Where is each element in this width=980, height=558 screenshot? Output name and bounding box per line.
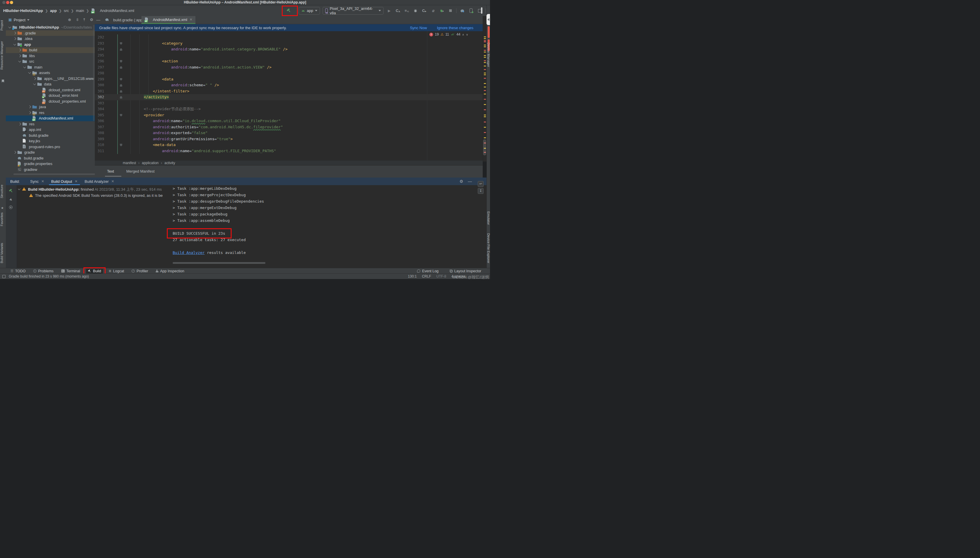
expand-all-icon[interactable]: ⇳ — [76, 18, 79, 22]
tree-item-res[interactable]: res — [6, 121, 95, 127]
tree-item-src[interactable]: src — [6, 59, 95, 64]
tree-item-res[interactable]: res — [6, 110, 95, 116]
profiler-button[interactable]: ⍺ — [430, 8, 436, 14]
warning-mark[interactable] — [484, 44, 486, 46]
tree-item-gradle[interactable]: gradle — [6, 149, 95, 155]
code-line-305[interactable]: 305 <provider — [95, 112, 483, 118]
project-horizontal-scrollbar[interactable] — [13, 174, 95, 175]
filter-eye-icon[interactable] — [9, 205, 13, 209]
warning-mark[interactable] — [484, 104, 486, 105]
error-mark[interactable] — [484, 132, 486, 133]
code-line-311[interactable]: 311 android:name="android.support.FILE_P… — [95, 148, 483, 154]
tool-strip-favorites[interactable]: Favorites — [0, 211, 6, 228]
tree-item-dcloud-properties-xml[interactable]: <>dcloud_properties.xml — [6, 98, 95, 104]
tab-build-analyzer[interactable]: Build Analyzer✕ — [81, 177, 118, 185]
breadcrumb-file[interactable]: AndroidManifest.xml — [100, 8, 134, 13]
tree-item-key-jks[interactable]: key.jks — [6, 138, 95, 144]
encoding-widget[interactable]: UTF-8 — [436, 274, 446, 279]
make-project-button[interactable] — [286, 8, 292, 14]
profile-button[interactable]: C▶ — [421, 8, 427, 14]
stop-button[interactable] — [447, 8, 454, 14]
tree-item-app[interactable]: app — [6, 42, 95, 48]
code-line-299[interactable]: 299 <data — [95, 76, 483, 82]
crumb-application[interactable]: application — [142, 161, 158, 165]
warning-mark[interactable] — [484, 72, 486, 74]
error-mark[interactable] — [484, 90, 486, 91]
settings-gear-icon[interactable]: ⚙ — [90, 18, 93, 22]
error-mark[interactable] — [484, 121, 486, 122]
error-mark[interactable] — [484, 40, 486, 41]
hide-tabs-icon[interactable]: — — [96, 18, 100, 22]
locate-file-icon[interactable]: ⊕ — [68, 18, 71, 22]
code-line-302[interactable]: 302 </activity> — [95, 94, 483, 100]
error-mark[interactable] — [484, 41, 486, 42]
tree-item-build[interactable]: build — [6, 47, 95, 53]
hide-panel-icon[interactable]: — — [468, 179, 472, 184]
error-mark[interactable] — [484, 50, 486, 51]
toolwindow-todo[interactable]: ☰ TODO — [9, 269, 28, 274]
attach-debugger-button[interactable] — [439, 8, 445, 14]
toolwindow-event-log[interactable]: Event Log — [415, 269, 440, 274]
close-icon[interactable]: ✕ — [189, 18, 192, 21]
code-line-304[interactable]: 304 <!--provider节点必须添加--> — [95, 106, 483, 112]
stripe-collapse-handle[interactable] — [487, 14, 490, 25]
error-mark[interactable] — [484, 60, 486, 61]
warning-mark[interactable] — [484, 36, 486, 37]
toolwindow-logcat[interactable]: ≣ Logcat — [107, 269, 126, 274]
warning-mark[interactable] — [484, 66, 486, 66]
collapse-all-icon[interactable]: ⤒ — [84, 18, 85, 22]
error-mark[interactable] — [484, 78, 486, 79]
tree-toggle-icon[interactable] — [28, 105, 31, 108]
warning-mark[interactable] — [484, 74, 486, 75]
tree-item-gradle-properties[interactable]: gradle.properties — [6, 161, 95, 167]
fold-marker-icon[interactable] — [120, 66, 122, 69]
console-horizontal-scrollbar[interactable] — [173, 262, 265, 264]
crumb-manifest[interactable]: manifest — [123, 161, 136, 165]
tree-item-build-gradle[interactable]: build.gradle — [6, 155, 95, 161]
warning-mark[interactable] — [484, 52, 486, 53]
tree-toggle-icon[interactable] — [18, 122, 21, 125]
tree-item-proguard-rules-pro[interactable]: proguard-rules.pro — [6, 144, 95, 150]
scroll-to-end-icon[interactable]: ↧ — [478, 188, 483, 194]
tree-toggle-icon[interactable] — [13, 31, 16, 34]
project-vertical-scrollbar[interactable] — [93, 25, 94, 121]
tree-item--gradle[interactable]: .gradle — [6, 30, 95, 36]
code-line-303[interactable]: 303 — [95, 100, 483, 107]
warning-mark[interactable] — [484, 127, 486, 128]
line-separator-widget[interactable]: CRLF — [422, 274, 431, 279]
fold-marker-icon[interactable] — [120, 48, 122, 51]
fold-marker-icon[interactable] — [120, 90, 122, 93]
code-line-298[interactable]: 298 — [95, 70, 483, 76]
code-line-306[interactable]: 306 android:name="io.dcloud.common.util.… — [95, 118, 483, 124]
warning-mark[interactable] — [484, 55, 486, 56]
apply-code-changes-button[interactable]: ≡⟲ — [404, 8, 410, 14]
warning-mark[interactable] — [484, 137, 486, 138]
chevron-down-icon[interactable] — [18, 187, 20, 190]
tree-item-dcloud-error-html[interactable]: Hdcloud_error.html — [6, 93, 95, 98]
breadcrumb-src[interactable]: src — [64, 8, 69, 13]
traffic-light-close[interactable] — [2, 1, 5, 4]
build-hammer-icon[interactable] — [9, 189, 13, 194]
sync-now-link[interactable]: Sync Now — [410, 26, 427, 30]
code-line-301[interactable]: 301 </intent-filter> — [95, 88, 483, 94]
code-line-292[interactable]: 292 — [95, 34, 483, 41]
build-tree-warning[interactable]: The specified Android SDK Build Tools ve… — [18, 192, 176, 199]
fold-marker-icon[interactable] — [120, 78, 122, 81]
warning-mark[interactable] — [484, 46, 486, 47]
tool-strip-project[interactable]: Project — [0, 17, 6, 33]
tree-item-main[interactable]: main — [6, 64, 95, 70]
tree-toggle-icon[interactable] — [33, 77, 36, 80]
ignore-changes-link[interactable]: Ignore these changes — [437, 26, 474, 30]
code-line-295[interactable]: 295 — [95, 53, 483, 59]
tree-toggle-icon[interactable] — [13, 43, 16, 46]
code-line-293[interactable]: 293 <category — [95, 41, 483, 47]
toolwindow-layout-inspector[interactable]: Layout Inspector — [448, 269, 483, 274]
tool-strip-resource-manager[interactable]: Resource Manager — [0, 36, 6, 74]
build-tree-root[interactable]: Build HBuilder-HelloUniApp: finished At … — [18, 186, 176, 192]
tool-strip-device-manager[interactable]: Device Manager — [487, 43, 490, 67]
tool-strip-structure[interactable]: Structure — [0, 183, 6, 200]
tool-strip-device-file-explorer[interactable]: Device File Explorer — [487, 233, 490, 263]
settings-gear-icon[interactable]: ⚙ — [459, 179, 463, 184]
code-line-296[interactable]: 296 <action — [95, 58, 483, 64]
pin-icon[interactable]: ➤ — [8, 197, 13, 202]
